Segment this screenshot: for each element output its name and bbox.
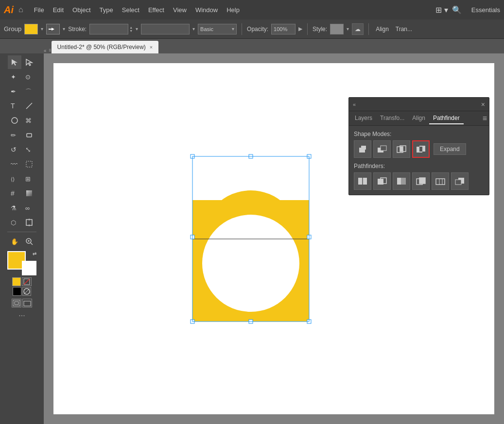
tool-row-13: ✋ — [8, 235, 36, 248]
opacity-more-btn[interactable]: ▶ — [298, 26, 302, 32]
opacity-label: Opacity: — [247, 26, 268, 33]
stroke-style-dropdown[interactable]: ▾ — [63, 26, 65, 32]
tab-close-btn[interactable]: × — [150, 44, 153, 50]
stroke-style-selector[interactable]: Basic ▾ — [198, 24, 237, 34]
curvature-tool[interactable]: ⌒ — [22, 85, 36, 98]
normal-mode-icon[interactable] — [12, 277, 21, 286]
stroke-dropdown-arrow2[interactable]: ▾ — [136, 26, 138, 32]
stroke-style-btn[interactable] — [46, 24, 60, 34]
black-white-mode-icon[interactable] — [13, 287, 21, 296]
app-logo: Ai — [4, 4, 14, 16]
tool-row-4: T — [8, 99, 36, 113]
transform-btn[interactable]: Tran... — [394, 25, 414, 34]
panel-menu-btn[interactable]: ≡ — [483, 114, 487, 123]
paintbrush-tool[interactable]: ⌘ — [22, 114, 36, 127]
menu-window[interactable]: Window — [191, 4, 222, 16]
minus-back-btn[interactable] — [451, 172, 469, 190]
perspective-grid-tool[interactable]: ⊞ — [22, 172, 36, 186]
hand-tool[interactable]: ✋ — [8, 235, 21, 248]
menu-help[interactable]: Help — [223, 4, 243, 16]
crop-btn[interactable] — [412, 172, 430, 190]
ellipse-tool[interactable] — [8, 114, 21, 127]
stroke-increment-btn[interactable]: ▲ — [129, 26, 133, 29]
document-tab[interactable]: Untitled-2* @ 50% (RGB/Preview) × — [52, 41, 159, 53]
direct-selection-tool[interactable] — [22, 55, 36, 69]
tab-layers[interactable]: Layers — [351, 113, 376, 124]
menu-view[interactable]: View — [169, 4, 191, 16]
tab-pathfinder[interactable]: Pathfinder — [429, 113, 464, 124]
unite-btn[interactable] — [354, 140, 371, 158]
live-paint-bucket-tool[interactable]: ⬡ — [8, 216, 21, 229]
eyedropper-tool[interactable]: ⚗ — [8, 201, 21, 215]
stroke-box[interactable] — [22, 261, 36, 275]
text-tool[interactable]: T — [8, 99, 21, 113]
magic-wand-tool[interactable]: ✦ — [8, 70, 21, 84]
intersect-btn[interactable] — [393, 140, 410, 158]
home-icon[interactable]: ⌂ — [18, 5, 23, 14]
shape-modes-row: Expand — [354, 140, 484, 158]
hand-icon: ✋ — [11, 237, 18, 245]
menu-edit[interactable]: Edit — [49, 4, 68, 16]
basic-dropdown-arrow[interactable]: ▾ — [232, 26, 234, 32]
outline-btn[interactable] — [432, 172, 449, 190]
menu-effect[interactable]: Effect — [144, 4, 168, 16]
panel-close-btn[interactable]: × — [481, 101, 485, 108]
puppet-warp-tool[interactable]: ⟨⟩ — [8, 172, 21, 186]
stroke-weight-input[interactable] — [89, 24, 128, 34]
svg-text:✒: ✒ — [11, 88, 16, 95]
eraser-tool[interactable] — [22, 128, 36, 142]
menu-select[interactable]: Select — [118, 4, 143, 16]
free-transform-tool[interactable] — [22, 157, 36, 171]
divide-btn[interactable] — [354, 172, 371, 190]
pencil-tool[interactable]: ✏ — [8, 128, 21, 142]
panel-collapse-btn[interactable]: « — [353, 102, 356, 107]
pen-tool[interactable]: ✒ — [8, 85, 21, 98]
warp-tool[interactable]: 〰 — [8, 157, 21, 171]
scale-tool[interactable]: ⤡ — [22, 143, 36, 156]
minus-front-btn[interactable] — [373, 140, 391, 158]
canvas-area[interactable]: « × Layers Transfo... Align Pathfinder ≡… — [44, 53, 504, 424]
zoom-tool[interactable] — [22, 235, 36, 248]
menu-object[interactable]: Object — [69, 4, 95, 16]
menu-bar: Ai ⌂ File Edit Object Type Select Effect… — [0, 0, 504, 19]
opacity-input[interactable]: 100% — [271, 24, 295, 34]
cloud-icon[interactable]: ☁ — [352, 23, 364, 35]
tab-transform[interactable]: Transfo... — [376, 113, 408, 124]
swap-colors-icon[interactable]: ⇄ — [33, 251, 36, 256]
tab-bar: « ⠿ Untitled-2* @ 50% (RGB/Preview) × — [0, 39, 504, 53]
style-dropdown[interactable]: ▾ — [347, 26, 349, 32]
none-mode-icon[interactable] — [22, 277, 32, 286]
align-btn[interactable]: Align — [374, 25, 391, 34]
screen-mode-1[interactable] — [12, 299, 21, 307]
basic-label: Basic — [200, 26, 230, 32]
artboard-tool[interactable] — [22, 216, 36, 229]
menu-type[interactable]: Type — [96, 4, 117, 16]
lasso-tool[interactable]: ⊙ — [22, 70, 36, 84]
panel-collapse-arrow[interactable]: « — [44, 48, 47, 53]
essentials-button[interactable]: Essentials — [471, 6, 500, 14]
merge-btn[interactable] — [393, 172, 410, 190]
search-icon[interactable]: 🔍 — [452, 5, 462, 15]
fill-color-swatch[interactable] — [24, 24, 38, 34]
fill-dropdown-arrow[interactable]: ▾ — [41, 26, 43, 32]
style-swatch[interactable] — [330, 24, 344, 34]
screen-mode-2[interactable] — [22, 299, 32, 307]
color-mode-icon[interactable] — [22, 287, 31, 296]
trim-btn[interactable] — [373, 172, 391, 190]
line-tool[interactable] — [22, 99, 36, 113]
workspace-grid-icon[interactable]: ⊞ ▾ — [435, 5, 448, 15]
selection-tool[interactable] — [8, 55, 21, 69]
menu-file[interactable]: File — [30, 4, 48, 16]
expand-btn[interactable]: Expand — [434, 143, 466, 155]
stroke-color-swatch-area[interactable] — [141, 24, 190, 34]
gradient-tool[interactable] — [22, 187, 36, 200]
exclude-btn[interactable] — [412, 140, 430, 158]
tab-align[interactable]: Align — [408, 113, 429, 124]
blend-tool[interactable]: ∞ — [22, 201, 36, 215]
stroke-decrement-btn[interactable]: ▼ — [129, 29, 133, 33]
stroke-color-dropdown[interactable]: ▾ — [192, 26, 195, 32]
more-tools-btn[interactable]: ··· — [18, 311, 25, 320]
mesh-tool[interactable]: # — [8, 187, 21, 200]
free-transform-icon — [25, 160, 33, 168]
rotate-tool[interactable]: ↺ — [8, 143, 21, 156]
